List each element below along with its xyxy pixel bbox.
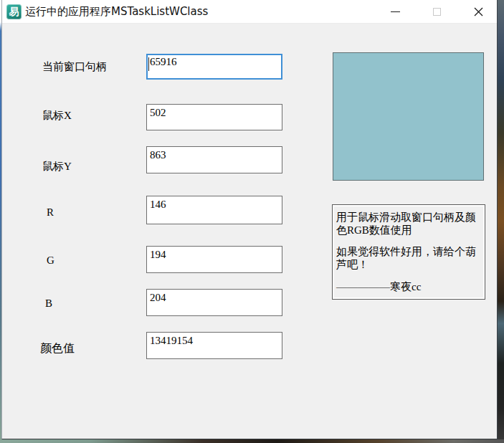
mouse-y-input[interactable]	[146, 146, 282, 173]
close-button[interactable]	[462, 0, 495, 24]
label-color-value: 颜色值	[40, 341, 75, 356]
minimize-icon	[391, 11, 400, 12]
green-value-input[interactable]	[146, 246, 282, 273]
window-handle-input[interactable]	[146, 54, 282, 80]
blue-value-input[interactable]	[146, 289, 282, 316]
label-window-handle: 当前窗口句柄	[42, 60, 107, 74]
titlebar[interactable]: 易 运行中的应用程序MSTaskListWClass	[2, 0, 497, 24]
maximize-button[interactable]	[420, 0, 453, 24]
label-green: G	[47, 254, 54, 267]
label-mouse-x: 鼠标X	[42, 109, 72, 123]
minimize-button[interactable]	[379, 0, 412, 24]
window-title: 运行中的应用程序MSTaskListWClass	[25, 0, 208, 24]
text-caret	[148, 57, 149, 71]
app-window: 易 运行中的应用程序MSTaskListWClass 当前窗口句柄 鼠标X 鼠标…	[1, 0, 498, 439]
desktop-wallpaper-right	[498, 0, 504, 443]
info-panel: 用于鼠标滑动取窗口句柄及颜色RGB数值使用 如果觉得软件好用，请给个葫芦吧！ —…	[332, 204, 485, 300]
info-gap	[336, 272, 482, 281]
color-value-input[interactable]	[146, 332, 282, 359]
info-gap	[336, 237, 482, 246]
red-value-input[interactable]	[146, 196, 282, 224]
info-line-donate: 如果觉得软件好用，请给个葫芦吧！	[336, 246, 482, 271]
maximize-icon	[433, 8, 441, 16]
label-red: R	[47, 206, 54, 219]
desktop-stage: 易 运行中的应用程序MSTaskListWClass 当前窗口句柄 鼠标X 鼠标…	[0, 0, 504, 443]
label-blue: B	[45, 297, 52, 310]
mouse-x-input[interactable]	[146, 104, 282, 130]
info-line-usage: 用于鼠标滑动取窗口句柄及颜色RGB数值使用	[336, 211, 482, 237]
label-mouse-y: 鼠标Y	[42, 160, 72, 173]
desktop-wallpaper-bottom	[0, 439, 504, 443]
close-icon	[474, 7, 483, 16]
color-preview-swatch	[333, 52, 484, 181]
app-icon: 易	[6, 4, 22, 19]
info-line-signature: —————寒夜cc	[336, 281, 482, 294]
